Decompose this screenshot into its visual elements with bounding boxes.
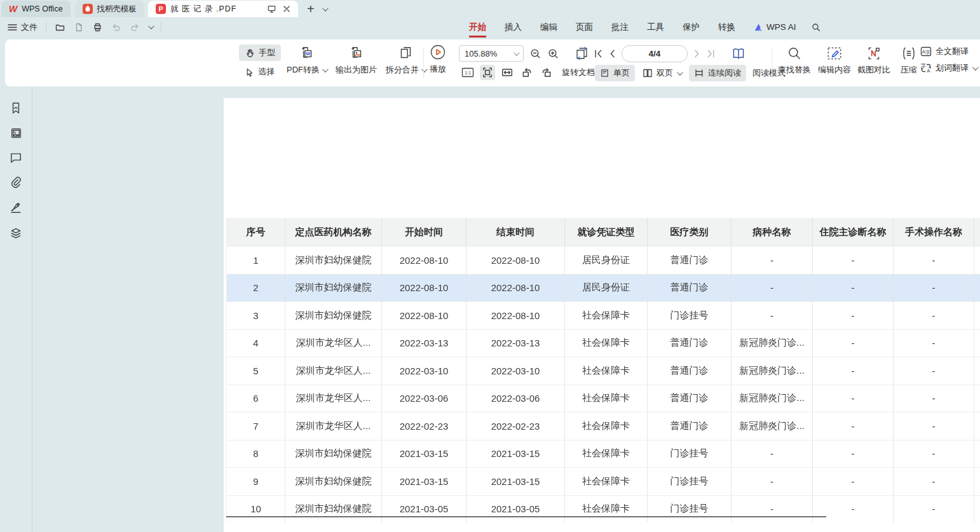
compress-button[interactable]: 压缩 [894, 44, 924, 77]
table-row: 5深圳市龙华区人...2022-03-102022-03-10社会保障卡普通门诊… [227, 357, 980, 385]
document-canvas[interactable]: 序号 定点医药机构名称 开始时间 结束时间 就诊凭证类型 医疗类别 病种名称 住… [32, 86, 980, 532]
table-cell: 2022-03-06 [382, 385, 466, 413]
table-cell: 2022-03-06 [466, 385, 565, 413]
continuous-read-button[interactable]: 连续阅读 [689, 65, 746, 81]
annotate-pen-icon[interactable] [10, 201, 22, 214]
zoom-out-icon[interactable] [529, 48, 541, 60]
table-cell: 2022-03-13 [382, 329, 466, 357]
table-cell: - [894, 468, 974, 496]
ribbon-tab-insert[interactable]: 插入 [505, 22, 522, 33]
table-cell: 新冠肺炎门诊... [732, 357, 813, 385]
select-tool-button[interactable]: 选择 [239, 64, 281, 80]
attachment-icon[interactable] [10, 176, 22, 189]
ribbon-tab-protect[interactable]: 保护 [683, 22, 700, 33]
page-number-input[interactable]: 4/4 [622, 45, 688, 62]
wps-logo-icon: W [9, 4, 17, 14]
table-cell: - [894, 274, 974, 302]
screenshot-compare-button[interactable]: 截图对比 [854, 44, 894, 77]
ribbon-tab-edit[interactable]: 编辑 [540, 22, 557, 33]
close-icon[interactable] [283, 5, 290, 13]
new-tab-plus-icon[interactable]: + [307, 3, 315, 15]
table-cell: 深圳市妇幼保健院 [285, 440, 382, 468]
double-page-button[interactable]: 双页 [639, 65, 685, 81]
tab-list-chevron-icon[interactable] [322, 5, 329, 11]
last-page-icon[interactable] [706, 49, 716, 58]
file-menu-button[interactable]: 文件 [8, 22, 37, 33]
rotate-doc-label[interactable]: 旋转文档 [562, 67, 595, 78]
table-row: 1深圳市妇幼保健院2022-08-102022-08-10居民身份证普通门诊--… [227, 247, 980, 275]
thumbnail-icon[interactable] [10, 127, 22, 139]
read-mode-icon[interactable] [730, 46, 747, 62]
rotate-left-icon[interactable] [519, 65, 534, 80]
fit-width-button[interactable] [500, 65, 515, 80]
ribbon-tab-convert[interactable]: 转换 [718, 22, 735, 33]
tab-document-active[interactable]: P 就 医 记 录 .PDF [148, 1, 298, 17]
double-page-icon [643, 68, 653, 78]
single-page-button[interactable]: 单页 [595, 65, 635, 81]
table-cell: 1 [227, 247, 285, 275]
play-button[interactable] [430, 44, 446, 60]
redo-icon[interactable] [130, 22, 140, 32]
fit-page-button[interactable] [480, 65, 495, 80]
pdf-page: 序号 定点医药机构名称 开始时间 结束时间 就诊凭证类型 医疗类别 病种名称 住… [224, 98, 980, 532]
table-cell: 3 [227, 302, 285, 330]
first-page-icon[interactable] [594, 49, 603, 58]
quick-access-chevron-icon[interactable] [148, 23, 154, 29]
left-panel-rail [0, 86, 32, 532]
undo-icon[interactable] [111, 22, 121, 32]
col-header: 手术操作名称 [894, 218, 974, 247]
table-cell: 2021-03-05 [466, 495, 565, 522]
table-cell: - [813, 440, 894, 468]
actual-size-button[interactable]: 1:1 [460, 65, 475, 80]
word-translate-button[interactable]: 字 A 划词翻译 [920, 62, 977, 74]
table-row: 4深圳市龙华区人...2022-03-132022-03-13社会保障卡普通门诊… [227, 329, 980, 357]
layers-icon[interactable] [10, 227, 22, 240]
zoom-in-icon[interactable] [547, 48, 559, 60]
toolbar: 手型 选择 W PDF转换 [5, 39, 980, 86]
table-cell: 2021-03-05 [382, 495, 466, 522]
table-cell: 普通门诊 [648, 274, 732, 302]
record-table-body: 1深圳市妇幼保健院2022-08-102022-08-10居民身份证普通门诊--… [227, 247, 980, 523]
search-icon[interactable] [811, 22, 821, 32]
table-cell: 社会保障卡 [565, 495, 648, 522]
ribbon-tab-tools[interactable]: 工具 [647, 22, 664, 33]
pdf-convert-button[interactable]: W PDF转换 [282, 44, 331, 77]
monitor-icon[interactable] [267, 4, 276, 13]
table-cell: - [732, 274, 813, 302]
comment-icon[interactable] [10, 152, 22, 163]
prev-page-icon[interactable] [608, 49, 617, 58]
table-cell [974, 440, 980, 468]
tab-docer-templates[interactable]: 找稻壳模板 [75, 1, 145, 17]
table-cell: 社会保障卡 [565, 357, 648, 385]
col-header: 病种名称 [732, 218, 813, 247]
hand-tool-button[interactable]: 手型 [239, 44, 281, 61]
save-icon[interactable] [74, 22, 84, 32]
table-cell: 2021-03-15 [466, 468, 565, 496]
bookmark-icon[interactable] [10, 102, 22, 114]
edit-content-button[interactable]: 编辑内容 [815, 44, 854, 77]
ribbon-tab-comment[interactable]: 批注 [611, 22, 629, 33]
table-cell: 深圳市龙华区人... [285, 413, 382, 440]
ribbon-tab-page[interactable]: 页面 [576, 22, 593, 33]
table-cell: 普通门诊 [648, 329, 732, 357]
rotate-pages-icon[interactable] [574, 46, 592, 61]
find-replace-button[interactable]: 查找替换 [774, 44, 815, 77]
export-image-button[interactable]: 输出为图片 [331, 44, 381, 77]
table-cell: 深圳市龙华区人... [285, 329, 382, 357]
table-cell: 深圳市妇幼保健院 [285, 274, 382, 302]
zoom-level-select[interactable]: 105.88% [459, 45, 524, 62]
table-cell: 2022-02-23 [466, 413, 565, 440]
full-translate-button[interactable]: A 字 全文翻译 [920, 46, 977, 57]
next-page-icon[interactable] [692, 49, 702, 58]
tab-wps-office[interactable]: W WPS Office [1, 1, 71, 17]
table-cell [974, 385, 980, 413]
table-cell: - [732, 495, 813, 522]
print-icon[interactable] [92, 22, 103, 32]
menu-row: 文件 开始 插入 编辑 页面 批注 [0, 17, 980, 37]
rotate-right-icon[interactable] [539, 65, 554, 80]
export-image-icon [348, 45, 365, 62]
ribbon-tab-wps-ai[interactable]: WPS AI [754, 22, 796, 32]
open-folder-icon[interactable] [55, 22, 65, 32]
ribbon-tab-home[interactable]: 开始 [469, 22, 486, 33]
col-header-empty [974, 218, 980, 247]
